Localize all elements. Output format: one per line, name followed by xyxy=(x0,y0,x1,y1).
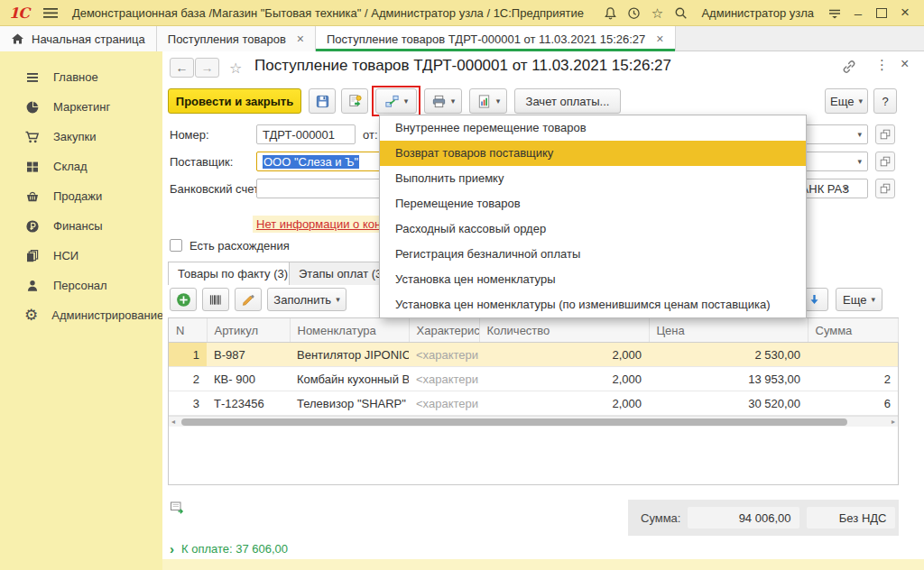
menu-lines-icon xyxy=(24,69,40,85)
col-characteristic[interactable]: Характерис... xyxy=(409,318,479,343)
menu-item-cash-outflow-order[interactable]: Расходный кассовый ордер xyxy=(380,216,806,242)
add-row-button[interactable] xyxy=(170,288,197,311)
tab-close-icon[interactable]: × xyxy=(297,32,304,46)
ruble-circle-icon xyxy=(24,218,40,234)
save-button[interactable] xyxy=(309,88,336,114)
sidebar-item-purchases[interactable]: Закупки xyxy=(0,122,162,152)
warehouse-open-button[interactable] xyxy=(875,152,895,171)
service-menu-icon[interactable] xyxy=(823,4,846,22)
tab-receipt-document[interactable]: Поступление товаров ТДРТ-000001 от 11.03… xyxy=(316,26,676,51)
close-document-icon[interactable]: × xyxy=(901,56,909,72)
col-price[interactable]: Цена xyxy=(649,318,808,343)
tab-close-icon[interactable]: × xyxy=(656,32,663,46)
sidebar-item-administration[interactable]: ⚙ Администрирование xyxy=(0,300,162,330)
forward-button[interactable]: → xyxy=(195,58,219,78)
pie-chart-icon xyxy=(24,99,40,115)
current-user[interactable]: Администратор узла xyxy=(701,6,814,20)
sidebar-item-warehouse[interactable]: Склад xyxy=(0,152,162,181)
maximize-icon[interactable] xyxy=(870,4,893,22)
tab-goods-by-fact[interactable]: Товары по факту (3) xyxy=(168,262,298,285)
tab-home[interactable]: Начальная страница xyxy=(0,26,157,51)
to-pay-link[interactable]: › К оплате: 37 606,00 xyxy=(170,541,288,556)
floppy-icon xyxy=(315,94,330,109)
dropdown-caret-icon[interactable]: ▾ xyxy=(857,157,862,166)
table-row[interactable]: 1 B-987 Вентилятор JIPONIC (... <характе… xyxy=(169,343,898,367)
reports-button[interactable]: ▾ xyxy=(469,88,507,114)
no-info-link[interactable]: Нет информации о кон xyxy=(253,216,384,233)
sidebar-item-finance[interactable]: Финансы xyxy=(0,211,162,241)
menu-item-perform-acceptance[interactable]: Выполнить приемку xyxy=(380,166,806,191)
comment-button[interactable] xyxy=(170,500,185,515)
print-button[interactable]: ▾ xyxy=(424,88,462,114)
number-field[interactable]: ТДРТ-000001 xyxy=(256,124,356,144)
sidebar-item-label: Склад xyxy=(53,160,88,173)
dropdown-caret-icon: ▾ xyxy=(451,97,456,106)
discrepancy-label: Есть расхождения xyxy=(189,239,290,253)
sidebar-item-sales[interactable]: Продажи xyxy=(0,181,162,211)
sidebar-item-personnel[interactable]: Персонал xyxy=(0,271,162,300)
post-button[interactable] xyxy=(341,88,368,114)
barcode-scan-button[interactable] xyxy=(202,288,229,311)
window-title: Демонстрационная база /Магазин "Бытовая … xyxy=(72,6,584,20)
fill-button[interactable]: Заполнить▾ xyxy=(267,288,346,311)
organization-open-button[interactable] xyxy=(875,124,895,144)
create-based-on-menu: Внутреннее перемещение товаров Возврат т… xyxy=(379,115,807,318)
scroll-right-icon[interactable]: ▸ xyxy=(892,417,895,428)
number-label: Номер: xyxy=(170,128,209,142)
col-nomenclature[interactable]: Номенклатура xyxy=(290,318,409,343)
minimize-icon[interactable]: – xyxy=(846,4,870,22)
col-n[interactable]: N xyxy=(169,318,207,343)
items-more-button[interactable]: Еще▾ xyxy=(836,288,882,311)
main-menu-icon[interactable] xyxy=(43,7,58,19)
menu-item-internal-transfer[interactable]: Внутреннее перемещение товаров xyxy=(380,115,806,141)
edit-row-button[interactable] xyxy=(235,288,262,311)
dropdown-caret-icon: ▾ xyxy=(404,97,409,106)
person-icon xyxy=(24,278,40,293)
menu-item-goods-transfer[interactable]: Перемещение товаров xyxy=(380,191,806,216)
sidebar-item-main[interactable]: Главное xyxy=(0,62,162,92)
tab-receipts-list[interactable]: Поступления товаров × xyxy=(157,26,316,51)
sidebar-item-marketing[interactable]: Маркетинг xyxy=(0,92,162,122)
bank-account-label: Банковский счет: xyxy=(170,182,263,196)
dropdown-caret-icon[interactable]: ▾ xyxy=(843,184,847,193)
col-sum[interactable]: Сумма xyxy=(808,318,898,343)
horizontal-scrollbar[interactable]: ◂ ▸ xyxy=(169,416,898,427)
dropdown-caret-icon[interactable]: ▾ xyxy=(857,130,862,139)
col-quantity[interactable]: Количество xyxy=(479,318,649,343)
scrollbar-thumb[interactable] xyxy=(181,418,847,426)
back-button[interactable]: ← xyxy=(170,58,194,78)
table-row[interactable]: 3 Т-123456 Телевизор "SHARP" <характери.… xyxy=(169,391,898,416)
menu-item-set-prices-changed[interactable]: Установка цен номенклатуры (по изменивши… xyxy=(380,292,806,317)
table-row[interactable]: 2 КВ- 900 Комбайн кухонный BI... <характ… xyxy=(169,367,898,391)
search-icon[interactable] xyxy=(669,4,692,22)
notifications-bell-icon[interactable] xyxy=(598,4,622,22)
col-article[interactable]: Артикул xyxy=(207,318,290,343)
discrepancy-checkbox[interactable] xyxy=(170,239,182,252)
help-button[interactable]: ? xyxy=(873,88,897,114)
vat-value[interactable]: Без НДС xyxy=(807,507,895,529)
scroll-left-icon[interactable]: ◂ xyxy=(171,417,175,428)
grid-icon xyxy=(24,159,40,174)
more-button[interactable]: Еще▾ xyxy=(825,88,868,114)
post-and-close-button[interactable]: Провести и закрыть xyxy=(168,88,301,114)
menu-item-noncash-payment[interactable]: Регистрация безналичной оплаты xyxy=(380,242,806,267)
org-bank-open-button[interactable] xyxy=(875,179,895,198)
open-icon xyxy=(879,182,892,195)
menu-item-set-prices[interactable]: Установка цен номенклатуры xyxy=(380,267,806,292)
close-window-icon[interactable]: × xyxy=(893,4,917,22)
add-plus-icon xyxy=(176,292,191,308)
table-header-row: N Артикул Номенклатура Характерис... Кол… xyxy=(169,318,898,343)
favorites-star-icon[interactable]: ☆ xyxy=(645,4,669,22)
dropdown-caret-icon: ▾ xyxy=(871,295,875,304)
favorite-star-icon[interactable]: ☆ xyxy=(229,60,242,77)
history-icon[interactable] xyxy=(622,4,645,22)
sidebar-item-label: Главное xyxy=(53,70,98,84)
create-based-on-button[interactable]: ▾ xyxy=(375,88,417,114)
tab-home-label: Начальная страница xyxy=(32,32,145,46)
sidebar-item-nsi[interactable]: НСИ xyxy=(0,241,162,271)
get-link-icon[interactable] xyxy=(841,59,857,75)
more-dots-icon[interactable]: ⋮ xyxy=(875,57,889,73)
offset-payment-button[interactable]: Зачет оплаты... xyxy=(514,88,621,114)
sidebar-item-label: Персонал xyxy=(53,279,107,292)
menu-item-return-to-supplier[interactable]: Возврат товаров поставщику xyxy=(380,141,806,166)
